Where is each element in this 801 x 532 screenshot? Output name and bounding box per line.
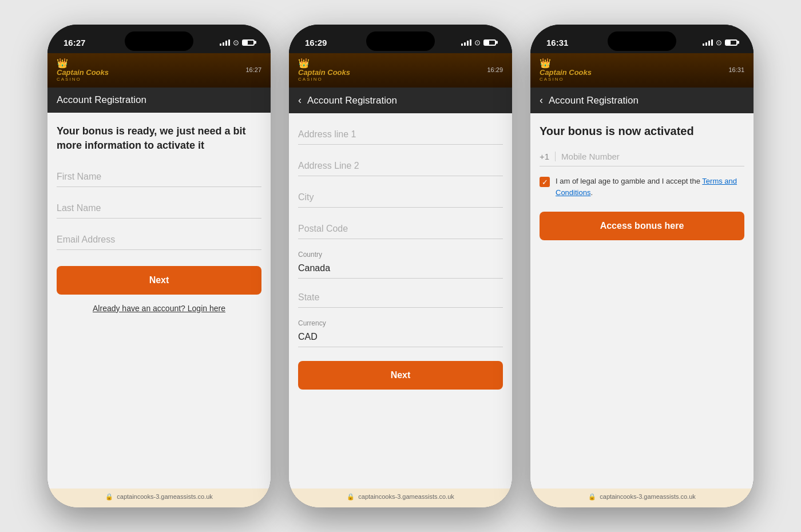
login-link-anchor[interactable]: Already have an account? Login here (93, 304, 225, 313)
logo-cc-2: 👑 (298, 58, 310, 69)
postal-input[interactable] (298, 219, 503, 239)
signal-icon-2 (461, 39, 471, 46)
lock-icon-3: 🔒 (588, 493, 596, 500)
battery-icon-1 (242, 39, 255, 46)
app-header-1: 👑 Captain Cooks CASINO 16:27 (47, 53, 271, 88)
last-name-field (57, 198, 261, 228)
dynamic-island-2 (366, 31, 435, 51)
email-field (57, 230, 261, 259)
screen-2: 👑 Captain Cooks CASINO 16:29 ‹ Account R… (289, 53, 512, 507)
screen-1: 👑 Captain Cooks CASINO 16:27 Account Reg… (47, 53, 271, 507)
signal-icon-3 (703, 39, 713, 46)
first-name-input[interactable] (57, 167, 261, 187)
url-bar-3: 🔒 captaincooks-3.gameassists.co.uk (530, 489, 754, 507)
battery-icon-2 (483, 39, 496, 46)
status-icons-3: ⊙ (703, 38, 737, 47)
logo-sub-3: CASINO (540, 77, 564, 82)
status-icons-2: ⊙ (461, 38, 496, 47)
status-icons-1: ⊙ (220, 38, 255, 47)
screen-3: 👑 Captain Cooks CASINO 16:31 ‹ Account R… (530, 53, 754, 507)
url-bar-1: 🔒 captaincooks-3.gameassists.co.uk (47, 489, 271, 507)
url-text-2: captaincooks-3.gameassists.co.uk (358, 493, 454, 500)
status-time-2: 16:29 (305, 38, 327, 47)
battery-icon-3 (725, 39, 737, 46)
page-header-3: ‹ Account Registration (530, 88, 754, 113)
checkmark-icon: ✓ (542, 178, 548, 186)
header-time-2: 16:29 (487, 66, 503, 73)
intro-text-1: Your bonus is ready, we just need a bit … (57, 124, 261, 153)
phone-1: 16:27 ⊙ 👑 Captain Cooks CASIN (47, 25, 271, 507)
page-title-2: Account Registration (307, 95, 397, 106)
address1-input[interactable] (298, 125, 503, 145)
logo-name-3: Captain Cooks (540, 69, 592, 77)
terms-checkbox[interactable]: ✓ (540, 177, 550, 187)
scene: 16:27 ⊙ 👑 Captain Cooks CASIN (47, 25, 754, 507)
url-bar-2: 🔒 captaincooks-3.gameassists.co.uk (289, 489, 512, 507)
logo-1: 👑 Captain Cooks CASINO (57, 58, 109, 82)
email-input[interactable] (57, 230, 261, 250)
lock-icon-1: 🔒 (105, 493, 113, 500)
last-name-input[interactable] (57, 198, 261, 219)
back-arrow-2[interactable]: ‹ (298, 94, 302, 106)
lock-icon-2: 🔒 (347, 493, 355, 500)
city-field (298, 188, 503, 217)
currency-value[interactable]: CAD (298, 328, 503, 347)
state-field (298, 288, 503, 317)
address2-input[interactable] (298, 156, 503, 176)
phone-prefix: +1 (540, 152, 556, 161)
country-field: Country Canada (298, 251, 503, 279)
back-arrow-3[interactable]: ‹ (540, 94, 543, 106)
form-content-2: Country Canada Currency CAD Next (289, 113, 512, 489)
page-title-1: Account Registration (57, 94, 146, 106)
logo-cc-3: 👑 (540, 58, 551, 69)
logo-sub-2: CASINO (298, 77, 323, 82)
login-link-1: Already have an account? Login here (57, 304, 261, 313)
status-time-1: 16:27 (64, 38, 85, 47)
terms-text-end: . (590, 188, 593, 197)
logo-2: 👑 Captain Cooks CASINO (298, 58, 350, 82)
status-time-3: 16:31 (546, 38, 568, 47)
app-header-3: 👑 Captain Cooks CASINO 16:31 (530, 53, 754, 88)
wifi-icon-1: ⊙ (233, 38, 239, 47)
url-text-3: captaincooks-3.gameassists.co.uk (600, 493, 696, 500)
logo-3: 👑 Captain Cooks CASINO (540, 58, 592, 82)
country-value[interactable]: Canada (298, 260, 503, 279)
header-time-3: 16:31 (728, 66, 744, 73)
address2-field (298, 156, 503, 185)
app-header-2: 👑 Captain Cooks CASINO 16:29 (289, 53, 512, 88)
access-bonus-button[interactable]: Access bonus here (540, 212, 744, 240)
terms-text: I am of legal age to gamble and I accept… (556, 176, 744, 198)
terms-row: ✓ I am of legal age to gamble and I acce… (540, 176, 744, 198)
logo-sub-1: CASINO (57, 77, 81, 82)
first-name-field (57, 167, 261, 196)
phone-3: 16:31 ⊙ 👑 Captain Cooks CASIN (530, 25, 754, 507)
bonus-title: Your bonus is now activated (540, 125, 744, 138)
next-button-2[interactable]: Next (298, 361, 503, 390)
logo-name-2: Captain Cooks (298, 69, 350, 77)
postal-field (298, 219, 503, 248)
terms-text-before: I am of legal age to gamble and I accept… (556, 177, 702, 185)
dynamic-island-3 (608, 31, 676, 51)
currency-field: Currency CAD (298, 319, 503, 347)
country-label: Country (298, 251, 503, 259)
city-input[interactable] (298, 188, 503, 208)
page-header-1: Account Registration (47, 88, 271, 113)
page-header-2: ‹ Account Registration (289, 88, 512, 113)
phone-2: 16:29 ⊙ 👑 Captain Cooks CASIN (289, 25, 512, 507)
state-input[interactable] (298, 288, 503, 308)
signal-icon-1 (220, 39, 230, 46)
page-title-3: Account Registration (549, 95, 639, 106)
form-content-3: Your bonus is now activated +1 Mobile Nu… (530, 113, 754, 489)
header-time-1: 16:27 (245, 66, 261, 73)
currency-label: Currency (298, 319, 503, 327)
url-text-1: captaincooks-3.gameassists.co.uk (117, 493, 213, 500)
address1-field (298, 125, 503, 154)
form-content-1: Your bonus is ready, we just need a bit … (47, 113, 271, 489)
phone-field: +1 Mobile Number (540, 152, 744, 166)
logo-cc-1: 👑 (57, 58, 68, 69)
wifi-icon-2: ⊙ (474, 38, 481, 47)
dynamic-island-1 (125, 31, 193, 51)
next-button-1[interactable]: Next (57, 266, 261, 295)
logo-name-1: Captain Cooks (57, 69, 109, 77)
phone-placeholder[interactable]: Mobile Number (561, 152, 620, 161)
